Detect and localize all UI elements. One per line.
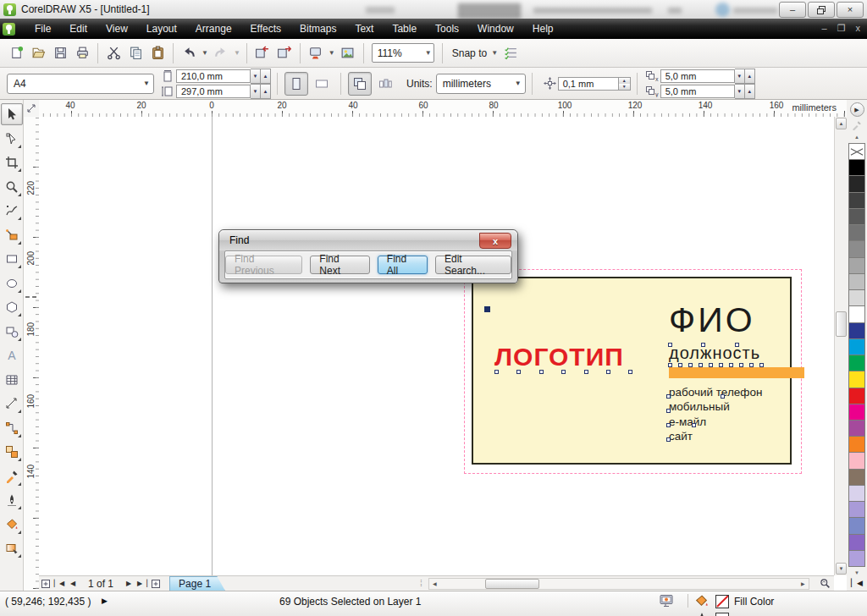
duplicate-x-input[interactable]: 5,0 mm bbox=[660, 69, 735, 83]
duplicate-x-spin-button[interactable]: ▲ bbox=[745, 69, 755, 84]
color-swatch[interactable] bbox=[848, 208, 865, 225]
palette-scroll-down-button[interactable]: ▼ bbox=[850, 568, 864, 577]
interactive-fill-tool[interactable] bbox=[1, 537, 23, 559]
selection-node[interactable] bbox=[692, 423, 696, 427]
card-contact-line[interactable]: сайт bbox=[669, 429, 762, 443]
card-contact-line[interactable]: e-майл bbox=[669, 415, 762, 429]
color-swatch[interactable] bbox=[848, 224, 865, 241]
color-swatch[interactable] bbox=[848, 485, 865, 502]
selection-node[interactable] bbox=[678, 363, 682, 367]
text-tool[interactable]: A bbox=[1, 344, 23, 366]
nudge-up-button[interactable]: ▲ bbox=[619, 78, 630, 84]
horizontal-ruler[interactable]: millimeters 4020020406080100120140160 bbox=[39, 100, 847, 118]
selection-node[interactable] bbox=[666, 437, 671, 442]
all-pages-button[interactable] bbox=[348, 72, 372, 96]
selection-node[interactable] bbox=[699, 363, 703, 367]
selection-node[interactable] bbox=[606, 370, 610, 374]
page-height-input[interactable]: 297,0 mm bbox=[176, 85, 251, 98]
fill-color-swatch[interactable] bbox=[715, 595, 729, 608]
rectangle-tool[interactable] bbox=[1, 248, 23, 270]
restore-button[interactable] bbox=[808, 2, 835, 18]
color-swatch[interactable] bbox=[848, 404, 865, 421]
menu-window[interactable]: Window bbox=[468, 19, 523, 38]
dimension-tool[interactable] bbox=[1, 393, 23, 415]
paper-size-dropdown-arrow[interactable]: ▼ bbox=[140, 80, 153, 87]
print-button[interactable] bbox=[72, 43, 92, 63]
open-button[interactable] bbox=[28, 43, 48, 63]
color-swatch[interactable] bbox=[848, 452, 865, 469]
page-width-list-button[interactable]: ▼ bbox=[251, 69, 261, 84]
color-swatch[interactable] bbox=[848, 257, 865, 274]
selection-node[interactable] bbox=[494, 370, 499, 374]
horizontal-scrollbar[interactable]: ◀ ▶ bbox=[428, 578, 809, 590]
horizontal-scroll-thumb[interactable] bbox=[485, 579, 539, 589]
add-page-start-button[interactable] bbox=[39, 578, 52, 590]
application-launcher-button[interactable] bbox=[306, 43, 326, 63]
menu-bitmaps[interactable]: Bitmaps bbox=[290, 19, 345, 38]
card-logo-text[interactable]: ЛОГОТИП bbox=[494, 343, 624, 371]
page-width-spin-button[interactable]: ▲ bbox=[261, 69, 271, 84]
duplicate-x-list-button[interactable]: ▼ bbox=[735, 69, 745, 84]
undo-dropdown-arrow[interactable]: ▼ bbox=[202, 49, 208, 57]
selection-node[interactable] bbox=[668, 343, 672, 347]
outline-pen-tool[interactable] bbox=[1, 489, 23, 511]
outline-pen-icon[interactable] bbox=[696, 612, 708, 616]
last-page-button[interactable]: ▶▕ bbox=[135, 578, 149, 590]
basic-shapes-tool[interactable] bbox=[1, 321, 23, 343]
selection-node[interactable] bbox=[735, 343, 739, 347]
card-title-text[interactable]: должность bbox=[669, 344, 760, 363]
ruler-origin-button[interactable] bbox=[24, 100, 40, 118]
selection-node[interactable] bbox=[759, 363, 764, 367]
card-contact-line[interactable]: мобильный bbox=[669, 399, 762, 414]
menu-effects[interactable]: Effects bbox=[241, 19, 290, 38]
swatch-no-color[interactable] bbox=[848, 143, 865, 160]
color-swatch[interactable] bbox=[848, 338, 865, 355]
menu-arrange[interactable]: Arrange bbox=[186, 19, 241, 38]
selection-node[interactable] bbox=[584, 370, 588, 374]
color-swatch[interactable] bbox=[848, 469, 865, 486]
color-swatch[interactable] bbox=[848, 192, 865, 209]
edit-search-button[interactable]: Edit Search... bbox=[435, 256, 511, 274]
pick-tool[interactable] bbox=[1, 103, 23, 125]
find-dialog-close-button[interactable]: x bbox=[479, 233, 511, 249]
import-button[interactable] bbox=[252, 43, 273, 63]
export-button[interactable] bbox=[274, 43, 295, 63]
page-height-list-button[interactable]: ▼ bbox=[251, 84, 261, 99]
outline-color-swatch[interactable] bbox=[715, 613, 729, 616]
color-swatch[interactable] bbox=[848, 534, 865, 551]
color-swatch[interactable] bbox=[848, 371, 865, 388]
selection-node[interactable] bbox=[709, 363, 713, 367]
add-page-end-button[interactable] bbox=[149, 578, 163, 590]
selection-node[interactable] bbox=[721, 394, 725, 399]
minimize-button[interactable]: – bbox=[779, 2, 806, 18]
selection-node[interactable] bbox=[539, 370, 544, 374]
duplicate-y-list-button[interactable]: ▼ bbox=[735, 84, 745, 99]
duplicate-y-spin-button[interactable]: ▲ bbox=[745, 84, 755, 99]
cut-button[interactable] bbox=[103, 43, 124, 63]
redo-dropdown-arrow[interactable]: ▼ bbox=[234, 49, 240, 57]
table-tool[interactable] bbox=[1, 369, 23, 391]
palette-start-button[interactable]: ▏◀ bbox=[850, 577, 864, 589]
paste-button[interactable] bbox=[147, 43, 168, 63]
card-name-text[interactable]: ФИО bbox=[669, 300, 755, 340]
color-proof-icon[interactable] bbox=[659, 594, 674, 610]
color-swatch[interactable] bbox=[848, 322, 865, 339]
menu-file[interactable]: File bbox=[25, 19, 60, 38]
selection-node[interactable] bbox=[628, 370, 632, 374]
color-swatch[interactable] bbox=[848, 240, 865, 257]
selection-node[interactable] bbox=[739, 363, 743, 367]
units-dropdown-arrow[interactable]: ▼ bbox=[511, 80, 525, 87]
color-swatch[interactable] bbox=[848, 273, 865, 290]
find-all-button[interactable]: Find All bbox=[378, 256, 428, 274]
selection-node[interactable] bbox=[729, 363, 733, 367]
landscape-button[interactable] bbox=[310, 72, 334, 96]
coordinates-flyout-arrow[interactable]: ▶ bbox=[102, 597, 108, 605]
welcome-screen-button[interactable] bbox=[338, 43, 358, 63]
redo-button[interactable] bbox=[211, 43, 231, 63]
selection-node[interactable] bbox=[688, 363, 693, 367]
page-width-input[interactable]: 210,0 mm bbox=[176, 69, 251, 83]
menu-help[interactable]: Help bbox=[523, 19, 563, 38]
scroll-down-button[interactable]: ▼ bbox=[836, 563, 847, 575]
color-swatch[interactable] bbox=[848, 501, 865, 518]
crop-tool[interactable] bbox=[1, 151, 23, 173]
